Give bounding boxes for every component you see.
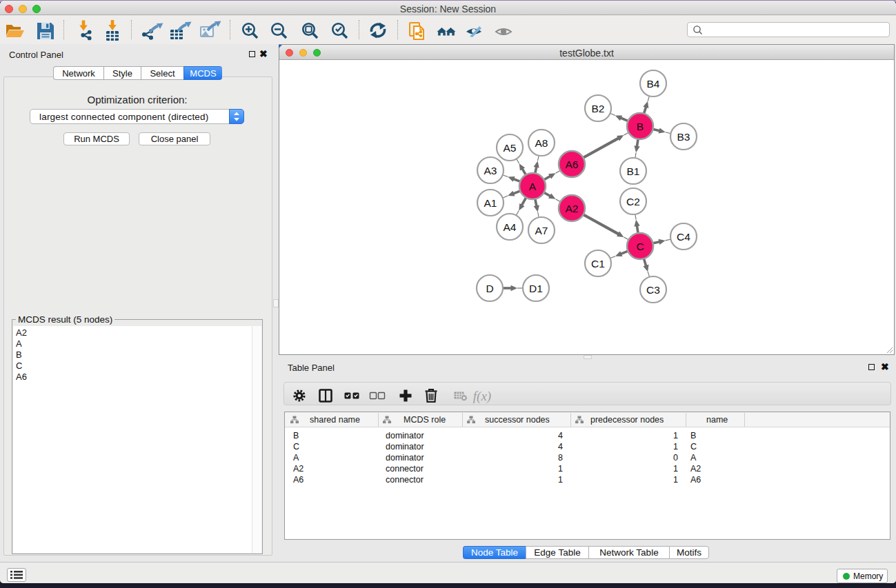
svg-text:B2: B2 (592, 103, 605, 114)
svg-text:C3: C3 (646, 284, 660, 296)
svg-text:B: B (637, 121, 644, 132)
svg-text:B3: B3 (677, 131, 690, 143)
svg-text:A3: A3 (484, 165, 497, 176)
svg-text:A8: A8 (535, 137, 548, 149)
svg-text:A1: A1 (484, 197, 497, 209)
svg-text:C2: C2 (626, 196, 640, 207)
svg-text:A5: A5 (504, 142, 517, 154)
svg-text:A7: A7 (535, 225, 548, 236)
svg-text:D: D (486, 283, 493, 294)
svg-text:A6: A6 (566, 159, 579, 170)
svg-text:f(x): f(x) (473, 389, 491, 404)
svg-text:B4: B4 (647, 78, 660, 90)
svg-text:C: C (636, 241, 644, 252)
svg-text:C1: C1 (591, 258, 605, 270)
svg-text:A2: A2 (566, 203, 579, 214)
svg-text:D1: D1 (529, 283, 543, 294)
svg-text:C4: C4 (677, 231, 690, 243)
svg-text:B1: B1 (627, 165, 640, 177)
svg-text:A: A (529, 181, 537, 192)
svg-text:A4: A4 (504, 221, 517, 233)
